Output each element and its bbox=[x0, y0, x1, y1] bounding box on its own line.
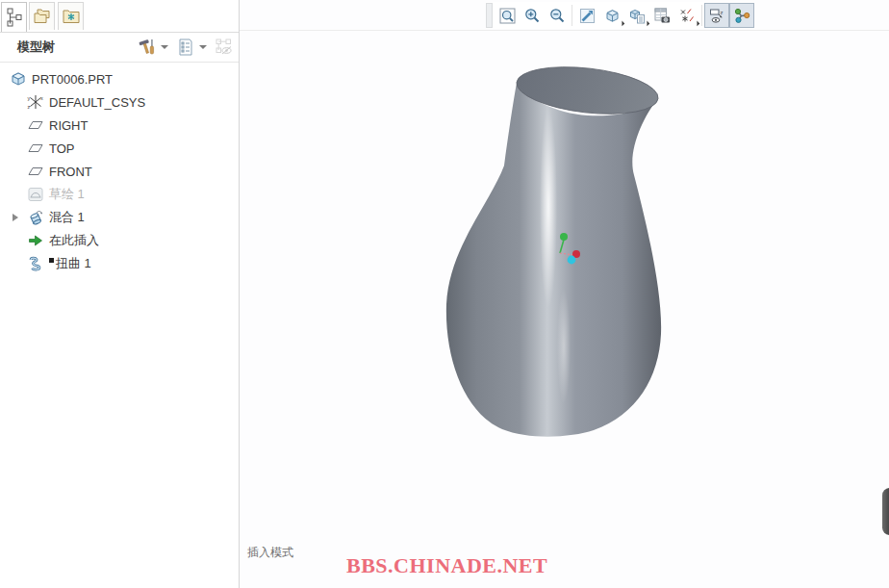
toolbar-drag-handle[interactable] bbox=[486, 3, 493, 28]
vase-model[interactable] bbox=[446, 61, 661, 437]
part-icon bbox=[10, 70, 27, 88]
tools-icon bbox=[138, 38, 157, 57]
datum-plane-icon bbox=[27, 116, 44, 134]
navigator-panel: 模型树 bbox=[0, 0, 239, 588]
zoom-in-button[interactable] bbox=[520, 3, 545, 28]
model-tree-header: 模型树 bbox=[0, 33, 239, 63]
tree-item-label: FRONT bbox=[49, 165, 92, 179]
list-settings-icon bbox=[176, 38, 195, 57]
tree-display-toggle-button[interactable] bbox=[212, 35, 237, 60]
tree-settings-button[interactable] bbox=[173, 35, 198, 60]
right-edge-peek-button[interactable] bbox=[882, 488, 889, 535]
dropdown-caret bbox=[692, 18, 699, 26]
dropdown-caret bbox=[642, 18, 649, 26]
spin-center-icon bbox=[733, 7, 751, 25]
tree-item-sketch-1[interactable]: 草绘 1 bbox=[0, 183, 238, 206]
tree-tools-dropdown-caret[interactable] bbox=[161, 45, 168, 49]
folder-star-icon bbox=[61, 7, 82, 26]
tree-item-label: 扭曲 1 bbox=[56, 255, 91, 272]
tree-item-part-root[interactable]: PRT0006.PRT bbox=[0, 67, 238, 90]
model-tree-header-tools bbox=[135, 33, 237, 62]
tab-favorites[interactable] bbox=[58, 2, 84, 30]
repaint-icon bbox=[578, 7, 597, 25]
tree-tools-button[interactable] bbox=[135, 35, 160, 60]
repaint-button[interactable] bbox=[574, 3, 599, 28]
tree-item-top-plane[interactable]: TOP bbox=[0, 137, 238, 160]
new-feature-marker bbox=[49, 258, 54, 263]
svg-text:z: z bbox=[28, 104, 31, 110]
zoom-out-icon bbox=[548, 7, 567, 25]
sketch-icon bbox=[27, 186, 44, 203]
tree-item-label: 在此插入 bbox=[49, 232, 99, 249]
model-tree-title: 模型树 bbox=[17, 38, 55, 56]
view-manager-icon bbox=[653, 7, 672, 25]
graphics-toolbar: z bbox=[486, 2, 754, 29]
tree-item-front-plane[interactable]: FRONT bbox=[0, 160, 238, 183]
datum-plane-icon bbox=[27, 140, 44, 157]
tree-item-default-csys[interactable]: y z x DEFAULT_CSYS bbox=[0, 90, 238, 114]
tree-item-label: 草绘 1 bbox=[49, 186, 85, 203]
creo-window: 模型树 bbox=[0, 0, 889, 588]
model-tree: PRT0006.PRT y z x DEFAULT_CSYS RIGHT bbox=[0, 67, 238, 275]
tree-item-blend-1[interactable]: 混合 1 bbox=[0, 206, 238, 229]
toolbar-separator bbox=[701, 5, 702, 26]
refit-zoom-icon bbox=[498, 7, 517, 25]
tab-model-tree[interactable] bbox=[1, 2, 27, 32]
svg-text:z: z bbox=[720, 9, 723, 14]
tree-item-label: 混合 1 bbox=[49, 209, 85, 226]
tree-item-label: RIGHT bbox=[49, 118, 88, 133]
expand-arrow-icon[interactable] bbox=[13, 214, 27, 221]
dropdown-caret bbox=[617, 18, 624, 26]
navigator-tabbar bbox=[0, 0, 239, 33]
blend-icon bbox=[27, 209, 44, 226]
insert-here-icon bbox=[27, 232, 44, 249]
tree-item-label: DEFAULT_CSYS bbox=[49, 95, 145, 110]
warp-icon bbox=[27, 255, 44, 272]
annotation-display-button[interactable]: z bbox=[704, 3, 729, 28]
svg-text:x: x bbox=[40, 95, 43, 101]
datum-display-button[interactable] bbox=[674, 3, 699, 28]
tree-item-right-plane[interactable]: RIGHT bbox=[0, 114, 238, 137]
datum-plane-icon bbox=[27, 163, 44, 180]
graphics-area[interactable] bbox=[240, 31, 889, 541]
tree-settings-dropdown-caret[interactable] bbox=[199, 45, 207, 49]
view-manager-button[interactable] bbox=[649, 3, 674, 28]
tab-folder-browser[interactable] bbox=[29, 2, 55, 30]
spin-center-button[interactable] bbox=[729, 3, 754, 28]
folders-icon bbox=[32, 7, 53, 26]
zoom-out-button[interactable] bbox=[545, 3, 570, 28]
csys-icon: y z x bbox=[27, 93, 44, 111]
refit-zoom-button[interactable] bbox=[495, 3, 520, 28]
tree-structure-icon bbox=[5, 7, 24, 28]
display-style-button[interactable] bbox=[599, 3, 624, 28]
tree-item-warp-1[interactable]: 扭曲 1 bbox=[0, 252, 238, 275]
saved-orientations-button[interactable] bbox=[624, 3, 649, 28]
annotation-display-icon: z bbox=[708, 7, 726, 25]
tree-item-label: PRT0006.PRT bbox=[32, 72, 113, 87]
status-bar-mode-text: 插入模式 bbox=[247, 545, 293, 561]
tree-hide-icon bbox=[215, 38, 234, 57]
tree-item-insert-here[interactable]: 在此插入 bbox=[0, 229, 238, 252]
watermark-text: BBS.CHINADE.NET bbox=[346, 553, 547, 578]
zoom-in-icon bbox=[523, 7, 542, 25]
toolbar-separator bbox=[572, 5, 572, 26]
svg-text:y: y bbox=[28, 95, 31, 101]
tree-item-label: TOP bbox=[49, 141, 75, 156]
